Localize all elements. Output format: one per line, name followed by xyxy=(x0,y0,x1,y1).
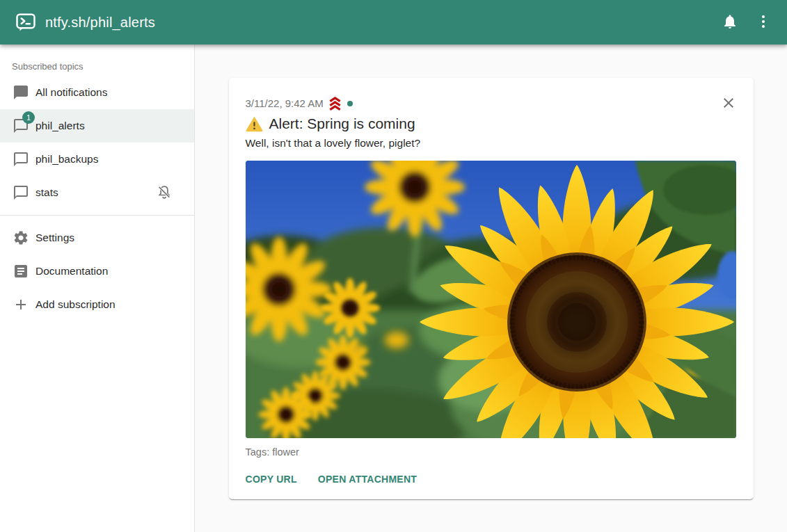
sidebar-divider xyxy=(0,215,194,216)
sidebar-item-phil-alerts[interactable]: 1 phil_alerts xyxy=(0,109,194,143)
notifications-button[interactable] xyxy=(713,6,747,39)
chat-bubble-outline-icon: 1 xyxy=(13,118,29,134)
copy-url-button[interactable]: COPY URL xyxy=(246,469,297,490)
tags-line: Tags: flower xyxy=(246,446,737,458)
main-content: 3/11/22, 9:42 AM A xyxy=(195,45,787,532)
sunflower-photo xyxy=(246,161,736,438)
sidebar-item-stats[interactable]: stats xyxy=(0,176,194,209)
gear-icon xyxy=(13,229,29,246)
appbar-actions xyxy=(713,6,780,39)
close-notification-button[interactable] xyxy=(719,93,738,113)
close-icon xyxy=(720,103,737,113)
sidebar-item-label: Add subscription xyxy=(35,298,116,311)
plus-icon xyxy=(13,296,29,313)
warning-triangle-icon xyxy=(246,116,263,132)
bell-off-icon xyxy=(156,184,173,201)
ntfy-logo-icon xyxy=(15,12,36,33)
chat-bubble-filled-icon xyxy=(13,84,29,101)
sidebar-item-settings[interactable]: Settings xyxy=(0,221,194,255)
sidebar: Subscribed topics All notifications 1 ph… xyxy=(0,45,195,532)
article-icon xyxy=(13,263,29,280)
tags-label: Tags: xyxy=(246,446,270,458)
chat-bubble-outline-icon xyxy=(13,184,29,201)
sidebar-item-label: Settings xyxy=(35,232,74,244)
sidebar-item-phil-backups[interactable]: phil_backups xyxy=(0,143,194,176)
bell-icon xyxy=(722,13,738,32)
unread-count-badge: 1 xyxy=(22,111,35,124)
tags-value: flower xyxy=(272,446,299,458)
sidebar-item-label: phil_alerts xyxy=(35,120,85,132)
notification-meta: 3/11/22, 9:42 AM xyxy=(246,96,737,111)
sidebar-item-label: All notifications xyxy=(35,86,107,99)
kebab-menu-icon xyxy=(755,13,772,32)
notification-actions: COPY URL OPEN ATTACHMENT xyxy=(246,469,737,490)
subscribed-topics-label: Subscribed topics xyxy=(0,45,194,76)
overflow-menu-button[interactable] xyxy=(747,6,780,39)
app-bar: ntfy.sh/phil_alerts xyxy=(0,0,787,45)
notification-timestamp: 3/11/22, 9:42 AM xyxy=(246,97,324,109)
sidebar-item-add-subscription[interactable]: Add subscription xyxy=(0,288,194,321)
sidebar-item-all-notifications[interactable]: All notifications xyxy=(0,76,194,109)
notification-card: 3/11/22, 9:42 AM A xyxy=(229,78,754,499)
notification-body: Well, isn't that a lovely flower, piglet… xyxy=(246,137,737,150)
page-title: ntfy.sh/phil_alerts xyxy=(45,15,155,31)
notification-title-row: Alert: Spring is coming xyxy=(246,115,737,132)
sidebar-item-label: phil_backups xyxy=(35,153,98,166)
notification-title: Alert: Spring is coming xyxy=(269,115,415,132)
chat-bubble-outline-icon xyxy=(13,151,29,168)
sidebar-item-label: stats xyxy=(35,186,58,199)
priority-high-icon xyxy=(327,96,343,111)
attachment-image[interactable] xyxy=(246,161,736,438)
sidebar-item-label: Documentation xyxy=(35,265,108,277)
sidebar-item-documentation[interactable]: Documentation xyxy=(0,255,194,288)
open-attachment-button[interactable]: OPEN ATTACHMENT xyxy=(318,469,417,490)
unread-indicator-dot xyxy=(347,101,353,106)
